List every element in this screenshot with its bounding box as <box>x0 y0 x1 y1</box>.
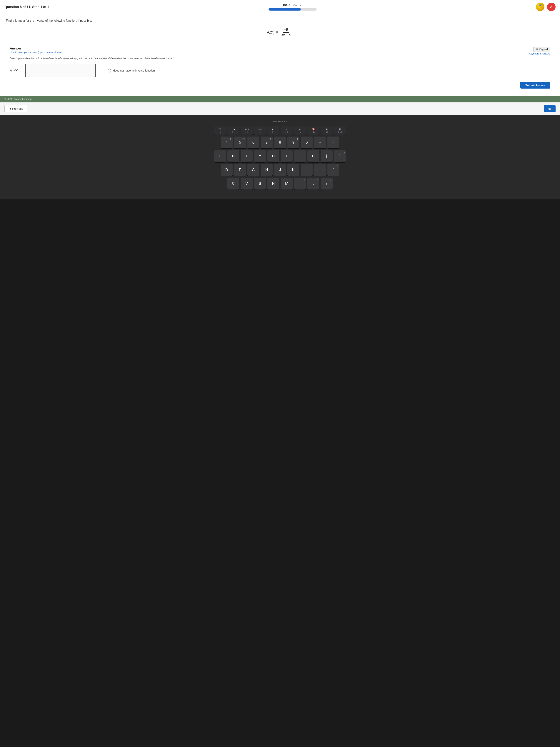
key-f12[interactable]: 🔊F12 <box>334 126 346 135</box>
nav-bar: ◄ Previous Ne <box>0 102 560 115</box>
key-8[interactable]: *8 <box>274 136 286 148</box>
key-f5[interactable]: ⠿⠿⠿F5 <box>241 126 252 135</box>
header-right: 🏅 3 <box>536 3 556 11</box>
key-f11[interactable]: 🔉F11 <box>321 126 332 135</box>
key-minus[interactable]: —- <box>314 136 326 148</box>
answer-input-row: A⁻¹(x) = does not have an inverse functi… <box>10 64 550 77</box>
key-b[interactable]: B <box>254 178 266 189</box>
submit-row: Submit Answer <box>10 82 550 88</box>
content-area: Find a formula for the inverse of the fo… <box>0 14 560 96</box>
keyboard-label: MacBook Air <box>3 120 557 123</box>
key-rbracket[interactable]: }] <box>334 150 346 162</box>
copyright: © 2021 Hawkes Learning <box>4 98 31 100</box>
key-v[interactable]: V <box>241 178 252 189</box>
key-lt[interactable]: <, <box>294 178 306 189</box>
radio-option: does not have an inverse function <box>108 69 155 73</box>
key-lbracket[interactable]: {[ <box>321 150 332 162</box>
key-p[interactable]: P <box>308 150 319 162</box>
key-o[interactable]: O <box>294 150 306 162</box>
key-j[interactable]: J <box>274 164 286 176</box>
key-r[interactable]: R <box>228 150 239 162</box>
formula-prefix: A(x) = <box>267 30 278 34</box>
next-button[interactable]: Ne <box>544 105 556 112</box>
key-d[interactable]: D <box>221 164 233 176</box>
keypad-label: Keypad <box>539 48 548 51</box>
number-row: $4 %5 ^6 &7 *8 (9 )0 —- += <box>3 136 557 148</box>
key-7[interactable]: &7 <box>261 136 273 148</box>
key-f10[interactable]: 🔇F10 <box>308 126 319 135</box>
browser-area: Question 8 of 11, Step 1 of 1 10/15 Corr… <box>0 0 560 115</box>
previous-button[interactable]: ◄ Previous <box>4 105 27 112</box>
key-h[interactable]: H <box>261 164 273 176</box>
key-c[interactable]: C <box>228 178 239 189</box>
row3: C V B N M <, >. ?/ <box>3 178 557 189</box>
radio-label: does not have an inverse function <box>113 69 155 72</box>
how-to-link[interactable]: How to enter your answer (opens in new w… <box>10 51 62 54</box>
question-label: Question 8 of 11, Step 1 of 1 <box>4 5 49 9</box>
key-f6[interactable]: ⠿⠿⠿F6 <box>254 126 266 135</box>
key-0[interactable]: )0 <box>301 136 313 148</box>
answer-left: Answer How to enter your answer (opens i… <box>10 47 62 54</box>
key-f8[interactable]: ⏯F8 <box>281 126 293 135</box>
key-g[interactable]: G <box>247 164 259 176</box>
keypad-group: ⊞ Keypad Keyboard Shortcuts <box>529 47 550 55</box>
key-6[interactable]: ^6 <box>247 136 259 148</box>
keyboard-area: MacBook Air 80F3 ⠿⠿F4 ⠿⠿⠿F5 ⠿⠿⠿F6 ⏮F7 ⏯F… <box>0 115 560 199</box>
key-e[interactable]: E <box>214 150 226 162</box>
answer-header-row: Answer How to enter your answer (opens i… <box>10 47 550 55</box>
key-m[interactable]: M <box>281 178 293 189</box>
key-semicolon[interactable]: :; <box>314 164 326 176</box>
row1: E R T Y U I O P {[ }] <box>3 150 557 162</box>
key-f4[interactable]: ⠿⠿F4 <box>228 126 239 135</box>
key-5[interactable]: %5 <box>234 136 246 148</box>
keyboard-shortcuts-link[interactable]: Keyboard Shortcuts <box>529 52 550 55</box>
numerator: −5 <box>283 28 289 33</box>
footer-bar: © 2021 Hawkes Learning <box>0 96 560 102</box>
answer-title: Answer <box>10 47 62 50</box>
submit-button[interactable]: Submit Answer <box>521 82 550 88</box>
heart-badge: 3 <box>547 3 556 11</box>
heart-count: 3 <box>550 5 552 9</box>
key-l[interactable]: L <box>301 164 313 176</box>
key-quote[interactable]: "' <box>327 164 339 176</box>
progress-bar-fill <box>268 8 301 10</box>
fn-row: 80F3 ⠿⠿F4 ⠿⠿⠿F5 ⠿⠿⠿F6 ⏮F7 ⏯F8 ⏭F9 🔇F10 🔉… <box>3 126 557 135</box>
key-f[interactable]: F <box>234 164 246 176</box>
progress-bar-container <box>268 8 317 10</box>
key-i[interactable]: I <box>281 150 293 162</box>
formula-display: A(x) = −5 3x − 5 <box>6 28 554 37</box>
key-u[interactable]: U <box>267 150 279 162</box>
correct-badge: Correct <box>293 3 302 7</box>
key-slash[interactable]: ?/ <box>321 178 332 189</box>
key-k[interactable]: K <box>287 164 299 176</box>
row2: D F G H J K L :; "' <box>3 164 557 176</box>
answer-input-box[interactable] <box>25 64 96 77</box>
key-n[interactable]: N <box>267 178 279 189</box>
key-f7[interactable]: ⏮F7 <box>267 126 279 135</box>
answer-section: Answer How to enter your answer (opens i… <box>6 43 554 92</box>
denominator: 3x − 5 <box>280 33 292 37</box>
radio-instruction: Selecting a radio button will replace th… <box>10 56 550 60</box>
key-9[interactable]: (9 <box>287 136 299 148</box>
key-f3[interactable]: 80F3 <box>214 126 226 135</box>
key-equals[interactable]: += <box>327 136 339 148</box>
score-text: 10/15 <box>283 3 291 7</box>
key-t[interactable]: T <box>241 150 252 162</box>
key-4[interactable]: $4 <box>221 136 233 148</box>
input-label: A⁻¹(x) = <box>10 69 21 73</box>
key-f9[interactable]: ⏭F9 <box>294 126 306 135</box>
question-header: Question 8 of 11, Step 1 of 1 10/15 Corr… <box>0 0 560 14</box>
keypad-button[interactable]: ⊞ Keypad <box>533 47 550 52</box>
header-center: 10/15 Correct <box>268 3 317 10</box>
coin-badge: 🏅 <box>536 3 544 11</box>
fraction: −5 3x − 5 <box>280 28 292 37</box>
radio-circle[interactable] <box>108 69 111 73</box>
problem-statement: Find a formula for the inverse of the fo… <box>6 19 554 22</box>
key-y[interactable]: Y <box>254 150 266 162</box>
key-gt[interactable]: >. <box>308 178 319 189</box>
keypad-icon: ⊞ <box>536 48 538 51</box>
